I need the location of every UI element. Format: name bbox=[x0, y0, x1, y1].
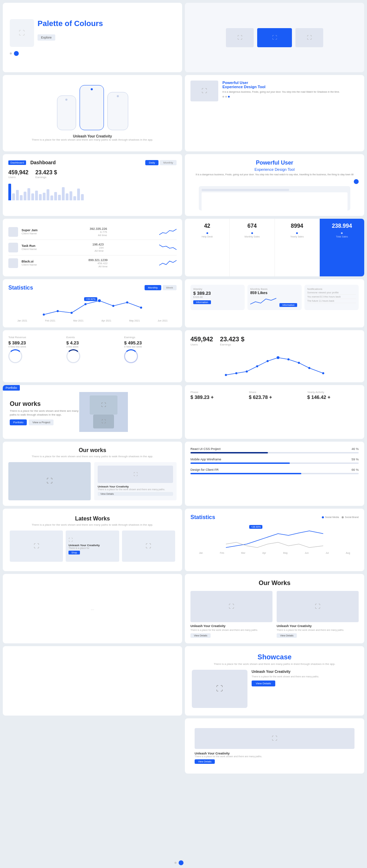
view-profiles-btn[interactable]: Information bbox=[193, 300, 211, 304]
social-card: Weekly $ 389.23 $ 623.88 Information Mon… bbox=[185, 279, 364, 327]
row-value2: 6.775 bbox=[90, 231, 107, 234]
toggle-monthly[interactable]: Monthly bbox=[160, 160, 177, 165]
showcase-desc: There is a place for the work shown and … bbox=[192, 662, 357, 666]
metric-events: Events $ 4.23 3 this week bbox=[66, 336, 119, 363]
metrics-card: Total Revenue $ 389.23 4 New this week E… bbox=[3, 330, 182, 382]
num-yearly: 8994 Yearly Sales bbox=[275, 219, 320, 276]
explore-button[interactable]: Explore bbox=[38, 34, 55, 41]
latest-btn[interactable]: Shop bbox=[68, 551, 80, 554]
monthly-btn[interactable]: Information bbox=[279, 303, 297, 307]
row-name: Super Jam bbox=[22, 228, 38, 232]
chart-label2: Jun bbox=[305, 552, 309, 554]
statistics-card: Statistics Monthly Week +33.92% Jan 2021 bbox=[3, 279, 182, 327]
work-view-btn[interactable]: View Details bbox=[190, 633, 211, 638]
ux-big-card: Powerful User Experience Design Tool It … bbox=[185, 154, 364, 216]
stat-earnings-lbl: Earnings bbox=[35, 176, 57, 179]
progress-circle bbox=[8, 349, 22, 363]
svg-point-15 bbox=[298, 362, 300, 364]
social-monthly: Monthly Basis 859 Likes Information bbox=[247, 285, 302, 310]
ux-title: Powerful UserExperience Design Tool bbox=[222, 81, 340, 89]
legend-dot-gray bbox=[342, 516, 344, 518]
avatar bbox=[8, 258, 18, 268]
mini-chart bbox=[159, 228, 177, 236]
showcase-btn[interactable]: View Details bbox=[252, 681, 275, 686]
latest-item: ⛶ bbox=[122, 531, 175, 562]
toggle-daily[interactable]: Daily bbox=[145, 160, 158, 165]
stats-week-btn[interactable]: Week bbox=[163, 285, 177, 290]
chart-label2: May bbox=[283, 552, 288, 554]
ourworks-right-card: Our Works ⛶ Unleash Your Creativity Ther… bbox=[185, 574, 364, 643]
num-dot bbox=[296, 232, 298, 234]
ourworks-desc: There is a place for the work shown and … bbox=[8, 455, 177, 458]
dashboard-title: Dashboard bbox=[30, 160, 56, 165]
row-sublabel: Client Name bbox=[22, 263, 37, 266]
ux-big-subtitle: Experience Design Tool bbox=[190, 167, 359, 172]
dot-indicator-active bbox=[14, 51, 19, 56]
chart-label: Apr 2021 bbox=[101, 319, 111, 322]
phone-small bbox=[57, 95, 76, 130]
num-helpdesk: 42 Help Desk bbox=[185, 219, 230, 276]
statistics2-chart: +28.93% bbox=[190, 523, 359, 551]
legend-dot-blue bbox=[322, 516, 324, 518]
progress-item: React UI CSS Project 46 % bbox=[190, 447, 359, 453]
row-value1: 392.335.226 bbox=[90, 227, 107, 231]
num-monthly: 674 Monthly Sales bbox=[230, 219, 275, 276]
numbers-card: 42 Help Desk 674 Monthly Sales 8994 Year… bbox=[185, 219, 364, 276]
dashboard-card: Dashboard Dashboard Daily Monthly 459,94… bbox=[3, 154, 182, 216]
bar-chart bbox=[8, 183, 177, 200]
avatar bbox=[8, 243, 18, 252]
avatar bbox=[8, 227, 18, 237]
metric-revenue: Total Revenue $ 389.23 4 New this week bbox=[8, 336, 61, 363]
svg-point-16 bbox=[308, 367, 310, 369]
svg-point-6 bbox=[126, 301, 128, 303]
num-dot bbox=[206, 232, 208, 234]
statistics-title: Statistics bbox=[8, 285, 33, 291]
latest-item: ⛶ bbox=[10, 531, 63, 562]
latest-desc: There is a place for the work shown and … bbox=[10, 523, 175, 526]
chart-label2: Jan bbox=[199, 552, 203, 554]
statistics2-title: Statistics bbox=[190, 514, 215, 520]
legend-social-media: Social Media bbox=[322, 516, 339, 518]
svg-point-11 bbox=[256, 365, 258, 367]
hero-thumb3: ⛶ bbox=[295, 28, 323, 47]
svg-point-9 bbox=[235, 372, 237, 374]
svg-point-17 bbox=[322, 372, 324, 374]
num-dot bbox=[341, 232, 343, 234]
portfolio-title: Our works bbox=[10, 400, 79, 408]
ourworks-card: Our works There is a place for the work … bbox=[3, 442, 182, 506]
svg-point-4 bbox=[98, 299, 101, 302]
showcase-image: ⛶ bbox=[192, 670, 247, 708]
num-dot bbox=[251, 232, 253, 234]
stats-monthly-btn[interactable]: Monthly bbox=[145, 285, 161, 290]
progress-bar bbox=[190, 473, 359, 474]
svg-point-3 bbox=[84, 303, 87, 305]
graph-stat2: 23.423 $ Earnings bbox=[220, 336, 244, 346]
progress-circle bbox=[66, 349, 80, 363]
row-label2: All time bbox=[88, 265, 107, 268]
chart-label2: Apr bbox=[262, 552, 266, 554]
row-value2: 458.422 bbox=[88, 262, 107, 265]
view-project-btn[interactable]: View a Project bbox=[29, 419, 54, 425]
stat-users-val: 459,942 bbox=[8, 169, 28, 176]
main-graph bbox=[190, 349, 359, 377]
phone-medium bbox=[80, 85, 104, 130]
showcase2-btn[interactable]: View Details bbox=[195, 759, 215, 764]
progress-bar bbox=[190, 462, 359, 464]
view-details-btn[interactable]: View Details bbox=[98, 492, 173, 496]
showcase-title: Showcase bbox=[192, 653, 357, 661]
chart-label: Jan 2021 bbox=[17, 319, 27, 322]
svg-point-2 bbox=[71, 312, 73, 314]
row-value1: 198.423 bbox=[92, 243, 104, 246]
portfolio-btn[interactable]: Portfolio bbox=[10, 419, 27, 425]
work-view-btn[interactable]: View Details bbox=[277, 633, 297, 638]
progress-item: Mobile App Wireframe 59 % bbox=[190, 458, 359, 464]
palette-card: ⛶ Palette of Colours Explore bbox=[3, 3, 182, 72]
stat-users-lbl: Users bbox=[8, 176, 28, 179]
work-right-item: ⛶ Unleash Your Creativity There is a pla… bbox=[277, 591, 359, 638]
metric-earnings: Earnings $ 495.23 6 New last week bbox=[124, 336, 177, 363]
progress-item: Design for Client FR 66 % bbox=[190, 468, 359, 474]
extra-left-card bbox=[3, 646, 182, 716]
value-share: Share $ 623.78 + bbox=[249, 391, 300, 400]
showcase-card: Showcase There is a place for the work s… bbox=[185, 646, 364, 716]
row-name: Black.ui bbox=[22, 260, 37, 263]
